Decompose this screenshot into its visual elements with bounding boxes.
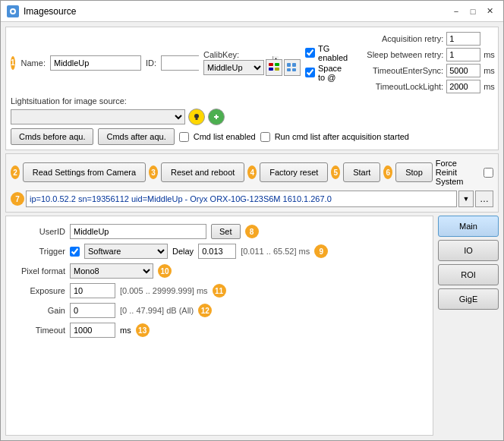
run-cmd-list-label: Run cmd list after acquisition started [275,132,409,141]
sleep-retry-row: Sleep between retry: ms [352,48,495,61]
cmd-list-enabled-label: Cmd list enabled [194,132,256,141]
lightsit-yellow-btn[interactable] [188,109,205,125]
gain-input[interactable] [70,303,115,318]
userid-input[interactable] [70,224,206,239]
checkbox-group: TG enabled Space to @ [305,44,348,82]
svg-rect-12 [196,118,198,120]
timeout-lock-ms: ms [484,82,495,91]
reset-reboot-btn[interactable]: Reset and reboot [161,162,244,182]
acq-retry-row: Acquisition retry: [352,32,495,46]
sleep-retry-input[interactable] [446,48,480,61]
userid-label: UserID [12,227,65,236]
timeout-label: Timeout [12,326,65,335]
title-bar: Imagesource − □ ✕ [1,1,503,22]
gain-label: Gain [12,306,65,315]
tg-enabled-row: TG enabled [305,44,348,62]
cmds-after-btn[interactable]: Cmds after aqu. [98,128,174,145]
minimize-button[interactable]: − [449,4,464,19]
gain-range: [0 .. 47.994] dB (All) [120,306,194,315]
timeout-lock-input[interactable] [446,80,480,93]
delay-range: [0.011 .. 65.52] ms [241,247,310,256]
svg-rect-4 [275,63,279,66]
svg-point-11 [194,114,199,118]
sleep-retry-label: Sleep between retry: [352,50,443,59]
svg-rect-9 [287,68,291,71]
lightsit-select[interactable] [11,109,185,124]
svg-rect-8 [292,63,296,67]
set-btn[interactable]: Set [211,224,241,239]
calibkey-group: CalibKey: MiddleUp [203,50,301,76]
read-settings-btn[interactable]: Read Settings from Camera [23,162,146,182]
name-label: Name: [21,58,46,68]
space-to-label: Space to @ [318,64,348,82]
cmds-before-btn[interactable]: Cmds before aqu. [11,128,93,145]
left-panel: UserID Set 8 Trigger Software Delay [0.0… [5,216,433,436]
lightsit-input-row [11,109,493,125]
badge-6: 6 [383,165,392,179]
svg-rect-10 [292,68,296,71]
trigger-checkbox[interactable] [70,247,80,257]
main-area: UserID Set 8 Trigger Software Delay [0.0… [5,216,499,436]
info-text: ip=10.0.52.2 sn=19356112 uid=MiddleUp - … [30,194,332,203]
space-to-checkbox[interactable] [305,68,315,77]
timeout-input[interactable] [70,323,115,338]
lightsit-green-btn[interactable] [208,109,225,125]
info-ellipsis-btn[interactable]: … [475,191,493,207]
timeout-lock-row: TimeoutLockLight: ms [352,80,495,93]
badge-2: 2 [11,165,20,179]
badge-1: 1 [11,56,15,70]
roi-side-btn[interactable]: ROI [438,264,499,285]
acq-retry-label: Acquisition retry: [352,34,443,43]
maximize-button[interactable]: □ [465,4,480,19]
id-label: ID: [146,58,156,68]
top-row-1: 1 Name: ID: ▲ ▼ CalibKey: MiddleUp [11,32,493,93]
name-input[interactable] [50,55,141,71]
badge-7: 7 [11,192,24,206]
calibkey-icon1[interactable] [266,59,282,76]
main-window: Imagesource − □ ✕ 1 Name: ID: ▲ ▼ [0,0,504,441]
info-bar: 7 ip=10.0.52.2 sn=19356112 uid=MiddleUp … [11,191,493,207]
start-btn[interactable]: Start [343,162,380,182]
run-cmd-list-checkbox[interactable] [260,132,270,142]
calibkey-label: CalibKey: [203,50,301,59]
id-spinner: ▲ ▼ [161,55,199,71]
camera-btn-row: 2 Read Settings from Camera 3 Reset and … [11,159,493,186]
pixel-format-label: Pixel format [12,266,65,276]
timeout-lock-label: TimeoutLockLight: [352,82,443,91]
force-reinit-label: Force Reinit System [436,159,480,186]
calibkey-select[interactable]: MiddleUp [203,60,264,75]
tg-enabled-checkbox[interactable] [305,48,315,58]
badge-9: 9 [314,244,328,258]
window-controls: − □ ✕ [449,4,497,19]
exposure-row: Exposure [0.005 .. 29999.999] ms 11 [12,283,427,298]
cmd-row: Cmds before aqu. Cmds after aqu. Cmd lis… [11,128,493,145]
gige-side-btn[interactable]: GigE [438,288,499,310]
right-fields: Acquisition retry: Sleep between retry: … [352,32,495,93]
trigger-select[interactable]: Software [84,244,168,259]
delay-input[interactable] [198,244,236,259]
badge-10: 10 [158,264,172,278]
info-dropdown-btn[interactable]: ▼ [458,191,474,207]
badge-13: 13 [136,323,150,337]
close-button[interactable]: ✕ [482,4,497,19]
stop-btn[interactable]: Stop [395,162,433,182]
cmd-list-enabled-checkbox[interactable] [179,132,189,142]
trigger-label: Trigger [12,247,65,256]
acq-retry-input[interactable] [446,32,480,46]
space-to-row: Space to @ [305,64,348,82]
exposure-input[interactable] [70,283,115,298]
pixel-format-select[interactable]: Mono8 [70,263,153,279]
calibkey-icon2[interactable] [284,59,301,76]
timeout-enter-input[interactable] [446,64,480,77]
io-side-btn[interactable]: IO [438,240,499,261]
timeout-enter-row: TimeoutEnterSync: ms [352,64,495,77]
badge-3: 3 [149,165,158,179]
force-reinit-group: Force Reinit System [436,159,493,186]
grid2-icon [286,62,298,73]
factory-reset-btn[interactable]: Factory reset [260,162,328,182]
main-side-btn[interactable]: Main [438,216,499,237]
svg-rect-7 [287,63,291,67]
content-area: 1 Name: ID: ▲ ▼ CalibKey: MiddleUp [1,22,503,440]
force-reinit-checkbox[interactable] [484,168,493,178]
badge-12: 12 [198,304,212,317]
